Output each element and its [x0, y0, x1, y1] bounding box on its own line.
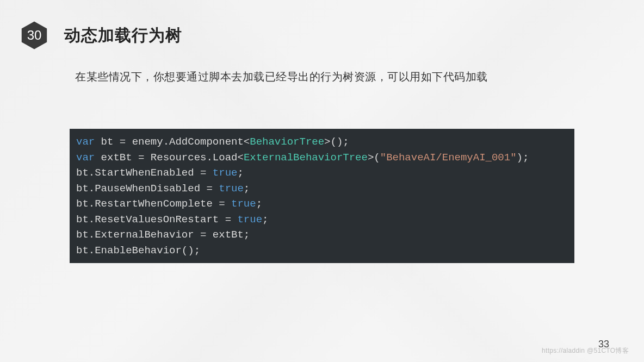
code-line: bt.EnableBehavior(); [76, 243, 568, 259]
code-line: bt.PauseWhenDisabled = true; [76, 181, 568, 197]
slide-description: 在某些情况下，你想要通过脚本去加载已经导出的行为树资源，可以用如下代码加载 [75, 70, 488, 84]
watermark: https://aladdin @51CTO博客 [542, 346, 629, 355]
code-line: bt.RestartWhenComplete = true; [76, 196, 568, 212]
slide-header: 30 动态加载行为树 [20, 21, 182, 50]
code-line: var extBt = Resources.Load<ExternalBehav… [76, 150, 568, 166]
slide-number: 30 [27, 28, 42, 43]
code-line: bt.StartWhenEnabled = true; [76, 165, 568, 181]
slide-title: 动态加载行为树 [64, 24, 182, 47]
code-line: bt.ExternalBehavior = extBt; [76, 227, 568, 243]
slide-number-badge: 30 [20, 21, 49, 50]
code-block: var bt = enemy.AddComponent<BehaviorTree… [70, 129, 574, 263]
code-line: var bt = enemy.AddComponent<BehaviorTree… [76, 134, 568, 150]
code-line: bt.ResetValuesOnRestart = true; [76, 212, 568, 228]
